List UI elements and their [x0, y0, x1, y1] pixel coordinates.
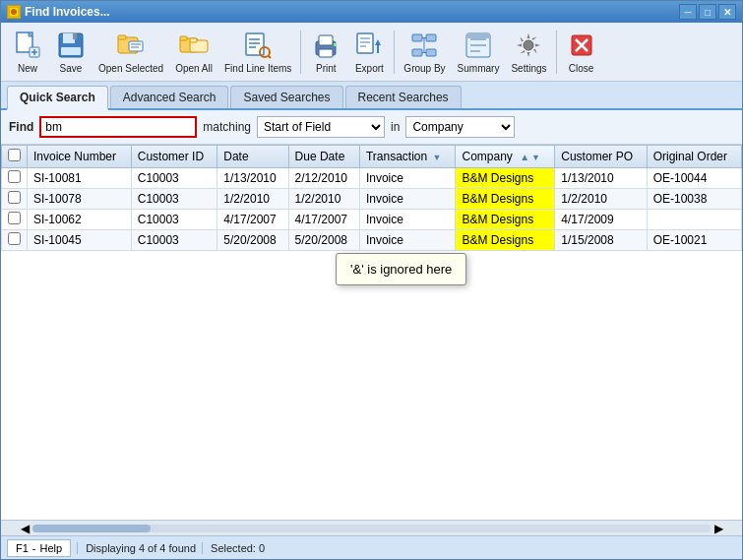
svg-rect-9	[73, 33, 77, 39]
selected-count: Selected: 0	[202, 542, 265, 554]
table-row[interactable]: SI-10081C100031/13/20102/12/2010InvoiceB…	[2, 168, 742, 189]
open-all-button[interactable]: Open All	[170, 27, 217, 77]
company-filter-icon: ▼	[531, 153, 540, 162]
tab-advanced-search[interactable]: Advanced Search	[110, 86, 229, 108]
in-select[interactable]: Company Invoice Number Customer ID	[405, 116, 515, 138]
close-window-button[interactable]: ✕	[718, 4, 736, 20]
row-checkbox[interactable]	[8, 212, 21, 224]
open-selected-icon	[115, 30, 147, 61]
window-title: Find Invoices...	[25, 5, 110, 19]
cell-invoice-number: SI-10045	[28, 230, 132, 251]
table-row[interactable]: SI-10045C100035/20/20085/20/2008InvoiceB…	[2, 230, 742, 251]
svg-rect-17	[180, 36, 187, 40]
cell-date: 1/2/2010	[217, 189, 288, 210]
group-by-icon	[408, 30, 440, 61]
tab-saved-searches[interactable]: Saved Searches	[230, 86, 342, 108]
svg-rect-27	[319, 35, 333, 45]
settings-button[interactable]: Settings	[506, 27, 551, 77]
col-header-due-date: Due Date	[288, 146, 359, 168]
col-header-date: Date	[217, 146, 288, 168]
table-row[interactable]: SI-10078C100031/2/20101/2/2010InvoiceB&M…	[2, 189, 742, 210]
print-label: Print	[316, 63, 337, 74]
find-label: Find	[9, 120, 33, 134]
save-button[interactable]: Save	[50, 27, 92, 77]
svg-rect-38	[412, 49, 422, 56]
select-all-checkbox[interactable]	[8, 149, 21, 161]
cell-date: 5/20/2008	[217, 230, 288, 251]
cell-invoice-number: SI-10081	[28, 168, 132, 189]
close-label: Close	[569, 63, 594, 74]
cell-customer-po: 4/17/2009	[555, 210, 647, 230]
summary-button[interactable]: Summary	[453, 27, 505, 77]
new-label: New	[18, 63, 37, 74]
scroll-left-button[interactable]: ◀	[17, 521, 32, 536]
cell-customer-id: C10003	[131, 189, 217, 210]
export-button[interactable]: Export	[348, 27, 390, 77]
close-button[interactable]: Close	[561, 27, 602, 77]
svg-rect-20	[246, 33, 264, 55]
row-checkbox[interactable]	[8, 170, 21, 183]
cell-company: B&M Designs	[456, 168, 555, 189]
scroll-right-button[interactable]: ▶	[711, 521, 726, 536]
matching-select[interactable]: Start of Field Any Part of Field Exact M…	[257, 116, 385, 138]
svg-line-25	[269, 56, 272, 59]
svg-rect-36	[412, 34, 422, 41]
cell-company: B&M Designs	[456, 189, 555, 210]
new-button[interactable]: New	[7, 27, 48, 77]
in-label: in	[391, 120, 400, 134]
col-header-customer-po: Customer PO	[555, 146, 647, 168]
svg-rect-47	[466, 33, 490, 38]
col-header-customer-id: Customer ID	[131, 146, 217, 168]
col-header-invoice-number: Invoice Number	[28, 146, 132, 168]
company-sort-icon: ▲	[520, 152, 529, 162]
cell-transaction: Invoice	[359, 189, 456, 210]
scroll-thumb[interactable]	[32, 525, 151, 532]
help-button[interactable]: F1 - Help	[7, 539, 71, 557]
tooltip-text: '&' is ignored here	[350, 262, 452, 277]
cell-invoice-number: SI-10078	[28, 189, 132, 210]
row-checkbox[interactable]	[8, 191, 21, 204]
help-key: F1	[16, 542, 29, 554]
minimize-button[interactable]: ─	[679, 4, 697, 20]
col-header-company[interactable]: Company ▲▼	[456, 146, 555, 168]
print-icon	[310, 30, 341, 61]
tab-bar: Quick Search Advanced Search Saved Searc…	[1, 82, 742, 110]
find-input[interactable]	[39, 116, 197, 138]
group-by-label: Group By	[403, 63, 445, 74]
find-line-items-button[interactable]: Find Line Items	[219, 27, 296, 77]
tab-quick-search[interactable]: Quick Search	[7, 86, 108, 110]
close-icon	[566, 30, 597, 61]
table-row[interactable]: SI-10062C100034/17/20074/17/2007InvoiceB…	[2, 210, 742, 230]
cell-customer-po: 1/2/2010	[555, 189, 647, 210]
cell-company: B&M Designs	[456, 230, 555, 251]
print-button[interactable]: Print	[305, 27, 346, 77]
window-icon	[7, 5, 21, 19]
toolbar: New Save	[1, 23, 742, 82]
scroll-track	[32, 525, 711, 532]
settings-label: Settings	[511, 63, 546, 74]
svg-rect-35	[377, 45, 379, 53]
tab-recent-searches[interactable]: Recent Searches	[345, 86, 462, 108]
matching-label: matching	[203, 120, 251, 134]
tooltip-box: '&' is ignored here	[336, 253, 466, 285]
open-selected-button[interactable]: Open Selected	[93, 27, 168, 77]
svg-rect-29	[334, 43, 337, 46]
cell-transaction: Invoice	[359, 230, 456, 251]
cell-due-date: 1/2/2010	[288, 189, 359, 210]
group-by-button[interactable]: Group By	[399, 27, 450, 77]
title-bar: Find Invoices... ─ □ ✕	[1, 1, 742, 23]
help-label: Help	[40, 542, 63, 554]
svg-point-1	[11, 9, 17, 15]
cell-original-order: OE-10021	[647, 230, 741, 251]
toolbar-sep-1	[300, 31, 301, 74]
open-selected-label: Open Selected	[98, 63, 163, 74]
save-icon	[55, 30, 87, 61]
cell-customer-id: C10003	[131, 230, 217, 251]
cell-customer-po: 1/15/2008	[555, 230, 647, 251]
find-line-items-icon	[242, 30, 274, 61]
maximize-button[interactable]: □	[699, 4, 716, 20]
horizontal-scrollbar[interactable]: ◀ ▶	[1, 520, 742, 535]
cell-invoice-number: SI-10062	[28, 210, 132, 230]
svg-rect-37	[426, 34, 436, 41]
row-checkbox[interactable]	[8, 232, 21, 245]
